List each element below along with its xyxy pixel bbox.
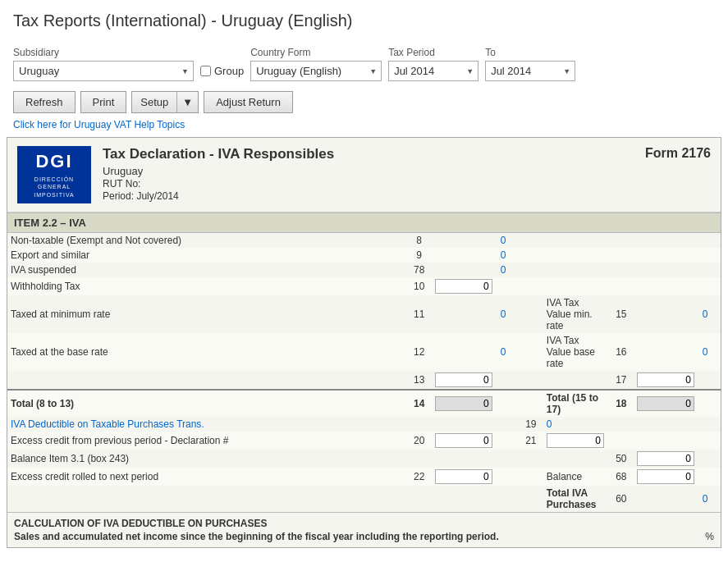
total-purchases-cell bbox=[634, 486, 699, 512]
form-title-area: Tax Declaration - IVA Responsibles Urugu… bbox=[103, 146, 645, 202]
period-label: Period: bbox=[103, 190, 134, 202]
row-link[interactable]: 0 bbox=[501, 346, 506, 358]
excess-next-num: 22 bbox=[407, 468, 432, 486]
right-row-input[interactable] bbox=[637, 372, 694, 387]
refresh-button[interactable]: Refresh bbox=[13, 91, 76, 113]
print-button[interactable]: Print bbox=[80, 91, 127, 113]
row-input[interactable] bbox=[435, 372, 492, 387]
row-link[interactable]: 0 bbox=[501, 264, 506, 276]
balance-right-empty bbox=[699, 468, 721, 486]
right-row-link[interactable]: 0 bbox=[703, 346, 708, 358]
to-select[interactable]: Jul 2014 bbox=[485, 61, 575, 81]
deductible-num: 19 bbox=[519, 417, 543, 432]
table-row: Withholding Tax 10 bbox=[7, 277, 721, 295]
to-label: To bbox=[485, 47, 575, 58]
right-total-input-cell[interactable] bbox=[634, 390, 699, 417]
balance-right-input-cell[interactable] bbox=[634, 468, 699, 486]
deductible-link[interactable]: 0 bbox=[547, 418, 552, 430]
help-link[interactable]: Click here for Uruguay VAT Help Topics bbox=[13, 119, 185, 130]
country-form-label: Country Form bbox=[250, 47, 382, 58]
rut-label: RUT No: bbox=[103, 178, 140, 190]
balance-empty3 bbox=[497, 450, 519, 468]
group-checkbox[interactable] bbox=[200, 66, 211, 76]
right-total-empty bbox=[699, 390, 721, 417]
dgi-logo: DGI DIRECCIÓN GENERALIMPOSITIVA bbox=[17, 146, 91, 203]
tax-form-container: DGI DIRECCIÓN GENERALIMPOSITIVA Tax Decl… bbox=[7, 137, 721, 548]
excess-input-cell[interactable] bbox=[432, 432, 497, 450]
group-label: Group bbox=[214, 65, 244, 77]
row-link-cell: 0 bbox=[497, 263, 519, 277]
row-link[interactable]: 0 bbox=[501, 249, 506, 261]
balance-right-input[interactable] bbox=[637, 469, 694, 484]
row-link-cell: 0 bbox=[497, 295, 519, 333]
right-row-empty bbox=[699, 371, 721, 390]
table-row: 13 17 bbox=[7, 371, 721, 390]
right-row-link[interactable]: 0 bbox=[703, 308, 708, 320]
period-value: July/2014 bbox=[136, 190, 178, 202]
total-purchases-link[interactable]: 0 bbox=[703, 493, 708, 505]
row-link-cell: 0 bbox=[497, 248, 519, 263]
total-input[interactable] bbox=[435, 396, 492, 411]
row-num: 12 bbox=[407, 333, 432, 371]
row-link[interactable]: 0 bbox=[501, 308, 506, 320]
tax-period-dropdown[interactable]: Jul 2014 bbox=[388, 61, 478, 81]
excess-input[interactable] bbox=[435, 433, 492, 448]
row-num: 9 bbox=[407, 248, 432, 263]
excess-next-empty bbox=[497, 468, 519, 486]
row-label bbox=[7, 371, 407, 390]
form-body: ITEM 2.2 – IVA Non-taxable (Exempt and N… bbox=[7, 212, 721, 547]
excess-input2-cell[interactable] bbox=[543, 432, 609, 450]
to-dropdown[interactable]: Jul 2014 bbox=[485, 61, 575, 81]
row-input-cell bbox=[432, 233, 497, 248]
calc-text: Sales and accumulated net income since t… bbox=[14, 531, 714, 542]
row-link-cell: 0 bbox=[497, 233, 519, 248]
row-input-cell bbox=[432, 295, 497, 333]
country-form-dropdown[interactable]: Uruguay (English) bbox=[250, 61, 382, 81]
balance-empty4 bbox=[543, 450, 609, 468]
row-num: 11 bbox=[407, 295, 432, 333]
row-empty bbox=[497, 277, 519, 295]
form-main-title: Tax Declaration - IVA Responsibles bbox=[103, 146, 645, 162]
total-input-cell[interactable] bbox=[432, 390, 497, 417]
subsidiary-label: Subsidiary bbox=[13, 47, 194, 58]
table-row: Export and similar 9 0 bbox=[7, 248, 721, 263]
excess-next-input-cell[interactable] bbox=[432, 468, 497, 486]
excess-input2[interactable] bbox=[547, 433, 604, 448]
right-total-input[interactable] bbox=[637, 396, 694, 411]
right-row-link-cell: 0 bbox=[699, 333, 721, 371]
setup-dropdown-arrow[interactable]: ▼ bbox=[176, 91, 199, 113]
row-num: 10 bbox=[407, 277, 432, 295]
form-header: DGI DIRECCIÓN GENERALIMPOSITIVA Tax Decl… bbox=[7, 138, 721, 212]
row-link[interactable]: 0 bbox=[501, 235, 506, 246]
total-num: 14 bbox=[407, 390, 432, 417]
right-row-label: IVA Tax Value min. rate bbox=[543, 295, 609, 333]
table-row: Taxed at the base rate 12 0 IVA Tax Valu… bbox=[7, 333, 721, 371]
balance-input[interactable] bbox=[637, 451, 694, 466]
row-input-cell[interactable] bbox=[432, 371, 497, 390]
row-input[interactable] bbox=[435, 279, 492, 294]
deductible-empty3 bbox=[497, 417, 519, 432]
table-row: Balance Item 3.1 (box 243) 50 bbox=[7, 450, 721, 468]
balance-input-cell[interactable] bbox=[634, 450, 699, 468]
tax-period-select[interactable]: Jul 2014 bbox=[388, 61, 478, 81]
subsidiary-dropdown[interactable]: Uruguay bbox=[13, 61, 194, 81]
right-row-link-cell: 0 bbox=[699, 295, 721, 333]
right-row-input-cell[interactable] bbox=[634, 371, 699, 390]
total-purchases-link-cell: 0 bbox=[699, 486, 721, 512]
total-purchases-empty bbox=[7, 486, 519, 512]
excess-next-label: Excess credit rolled to next period bbox=[7, 468, 407, 486]
deductible-empty1 bbox=[407, 417, 432, 432]
row-input-cell[interactable] bbox=[432, 277, 497, 295]
adjust-return-button[interactable]: Adjust Return bbox=[204, 91, 293, 113]
subsidiary-select[interactable]: Uruguay bbox=[13, 61, 194, 81]
balance-empty5 bbox=[699, 450, 721, 468]
right-row-label: IVA Tax Value base rate bbox=[543, 333, 609, 371]
excess-next-input[interactable] bbox=[435, 469, 492, 484]
table-row: Taxed at minimum rate 11 0 IVA Tax Value… bbox=[7, 295, 721, 333]
row-label: Export and similar bbox=[7, 248, 407, 263]
row-empty bbox=[497, 371, 519, 390]
right-row-input-cell bbox=[634, 333, 699, 371]
setup-button[interactable]: Setup bbox=[131, 91, 176, 113]
country-form-select[interactable]: Uruguay (English) bbox=[250, 61, 382, 81]
calc-section: CALCULATION OF IVA DEDUCTIBLE ON PURCHAS… bbox=[7, 512, 721, 547]
